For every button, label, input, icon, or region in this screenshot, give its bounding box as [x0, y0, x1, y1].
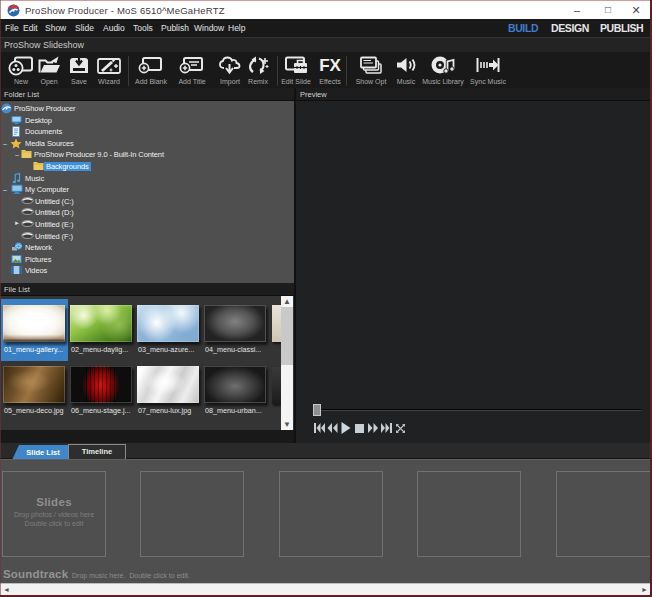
svg-text:FX: FX: [319, 56, 341, 75]
